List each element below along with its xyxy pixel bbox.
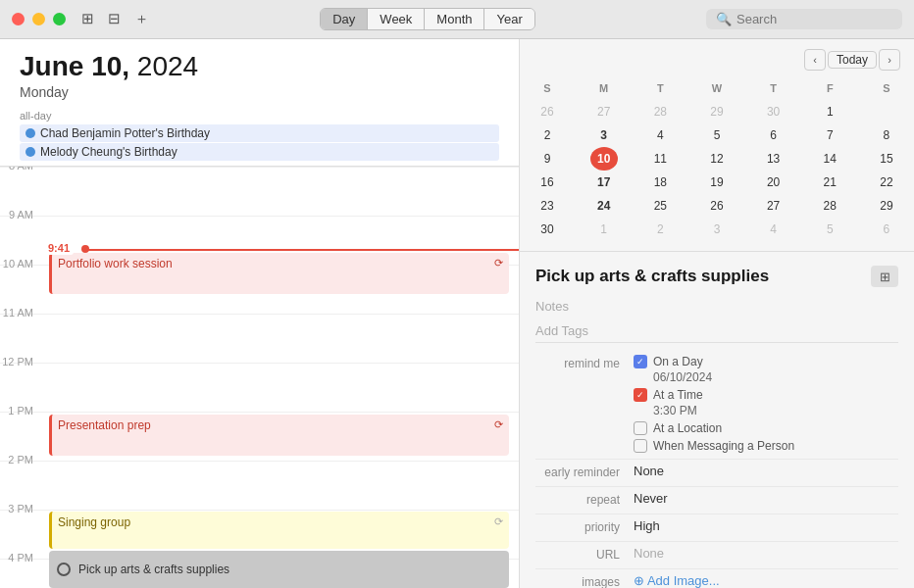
cal-day[interactable]: 6 (873, 218, 900, 241)
cal-day[interactable]: 4 (646, 123, 674, 147)
at-a-time-value: 3:30 PM (653, 404, 898, 417)
cal-day[interactable]: 15 (873, 147, 900, 171)
notes-placeholder[interactable]: Notes (535, 297, 898, 316)
cal-week-5: 23 24 25 26 27 28 29 (533, 194, 900, 218)
at-a-time-row: ✓ At a Time (634, 388, 898, 402)
mini-cal-grid: S M T W T F S 26 27 28 29 30 1 (533, 76, 900, 241)
cal-day[interactable]: 23 (533, 194, 561, 218)
cal-day[interactable]: 27 (760, 194, 787, 218)
on-a-day-row: ✓ On a Day (634, 355, 898, 368)
detail-panel: Pick up arts & crafts supplies ⊞ Notes A… (520, 252, 914, 588)
cal-header-M: M (590, 76, 618, 100)
cal-day[interactable]: 3 (590, 123, 618, 147)
cal-day[interactable]: 17 (590, 171, 618, 194)
cal-today[interactable]: 10 (590, 147, 618, 171)
cal-week-6: 30 1 2 3 4 5 6 (533, 218, 900, 241)
at-location-label: At a Location (653, 421, 722, 435)
images-value[interactable]: ⊕ Add Image... (634, 573, 898, 588)
titlebar-icons: ⊞ ⊟ ＋ (81, 10, 149, 28)
search-box[interactable]: 🔍 (706, 9, 902, 29)
cal-day[interactable]: 18 (646, 171, 674, 194)
cal-day[interactable]: 25 (646, 194, 674, 218)
sidebar-icon[interactable]: ⊞ (81, 10, 94, 28)
on-a-day-label: On a Day (653, 355, 703, 368)
url-value: None (634, 546, 898, 561)
cal-day[interactable]: 26 (703, 194, 731, 218)
repeat-value: Never (634, 491, 898, 506)
cal-day[interactable]: 2 (533, 123, 561, 147)
all-day-event-2[interactable]: Melody Cheung's Birthday (20, 143, 499, 161)
add-icon[interactable]: ＋ (134, 10, 149, 28)
right-panel: ‹ Today › S M T W T F S 26 (520, 39, 914, 588)
cal-day[interactable]: 6 (760, 123, 787, 147)
inbox-icon[interactable]: ⊟ (108, 10, 121, 28)
cal-day[interactable]: 16 (533, 171, 561, 194)
cal-day[interactable]: 29 (873, 194, 900, 218)
repeat-icon: ⟳ (494, 418, 503, 431)
cal-day[interactable]: 7 (816, 123, 843, 147)
current-time-badge: 9:41 (44, 241, 74, 255)
remind-me-content: ✓ On a Day 06/10/2024 ✓ At a Time 3:30 P… (634, 355, 898, 455)
remind-me-label: remind me (535, 355, 634, 370)
cal-day[interactable]: 19 (703, 171, 731, 194)
all-day-event-1[interactable]: Chad Benjamin Potter's Birthday (20, 124, 499, 142)
add-image-label[interactable]: Add Image... (647, 573, 720, 588)
on-a-day-checkbox[interactable]: ✓ (634, 355, 647, 368)
event-name: Portfolio work session (58, 257, 173, 270)
at-a-time-checkbox[interactable]: ✓ (634, 388, 647, 402)
cal-day[interactable]: 5 (816, 218, 843, 241)
cal-day[interactable]: 1 (816, 100, 843, 123)
at-location-checkbox[interactable] (634, 421, 647, 435)
month-view-button[interactable]: Month (425, 9, 484, 29)
cal-day[interactable]: 27 (590, 100, 618, 123)
prev-month-button[interactable]: ‹ (804, 49, 826, 71)
cal-day[interactable]: 29 (703, 100, 731, 123)
cal-day[interactable]: 24 (590, 194, 618, 218)
repeat-row: repeat Never (535, 487, 898, 514)
cal-day[interactable]: 20 (760, 171, 787, 194)
year-view-button[interactable]: Year (484, 9, 533, 29)
cal-day[interactable]: 14 (816, 147, 843, 171)
cal-day[interactable]: 9 (533, 147, 561, 171)
detail-tags-field[interactable]: Add Tags (535, 319, 898, 343)
event-pickup[interactable]: Pick up arts & crafts supplies (49, 551, 509, 588)
cal-day[interactable]: 13 (760, 147, 787, 171)
main-content: June 10, 2024 Monday all-day Chad Benjam… (0, 39, 914, 588)
minimize-button[interactable] (32, 13, 45, 25)
event-singing[interactable]: Singing group ⟳ (49, 512, 509, 549)
cal-day[interactable]: 21 (816, 171, 843, 194)
maximize-button[interactable] (53, 13, 66, 25)
cal-day[interactable]: 28 (646, 100, 674, 123)
cal-day[interactable]: 26 (533, 100, 561, 123)
detail-notes-field: Notes (535, 297, 898, 316)
cal-day[interactable]: 12 (703, 147, 731, 171)
week-view-button[interactable]: Week (368, 9, 425, 29)
cal-day[interactable]: 11 (646, 147, 674, 171)
when-messaging-row: When Messaging a Person (634, 439, 898, 453)
cal-day[interactable]: 30 (760, 100, 787, 123)
cal-day[interactable]: 30 (533, 218, 561, 241)
cal-day[interactable]: 4 (760, 218, 787, 241)
event-portfolio[interactable]: Portfolio work session ⟳ (49, 253, 509, 294)
cal-day[interactable]: 1 (590, 218, 618, 241)
when-messaging-label: When Messaging a Person (653, 439, 794, 453)
day-view-button[interactable]: Day (321, 9, 368, 29)
cal-day[interactable]: 28 (816, 194, 843, 218)
date-title: June 10, 2024 (20, 51, 499, 82)
all-day-section: all-day Chad Benjamin Potter's Birthday … (0, 106, 519, 167)
cal-day[interactable]: 3 (703, 218, 731, 241)
event-name: Singing group (58, 515, 130, 529)
event-presentation[interactable]: Presentation prep ⟳ (49, 415, 509, 456)
cal-week-2: 2 3 4 5 6 7 8 (533, 123, 900, 147)
today-button[interactable]: Today (828, 51, 877, 69)
next-month-button[interactable]: › (879, 49, 900, 71)
cal-day[interactable]: 22 (873, 171, 900, 194)
when-messaging-checkbox[interactable] (634, 439, 647, 453)
close-button[interactable] (12, 13, 25, 25)
images-row: images ⊕ Add Image... (535, 569, 898, 588)
search-input[interactable] (736, 12, 893, 26)
cal-day[interactable]: 2 (646, 218, 674, 241)
detail-menu-button[interactable]: ⊞ (871, 266, 898, 287)
cal-day[interactable]: 8 (873, 123, 900, 147)
cal-day[interactable]: 5 (703, 123, 731, 147)
